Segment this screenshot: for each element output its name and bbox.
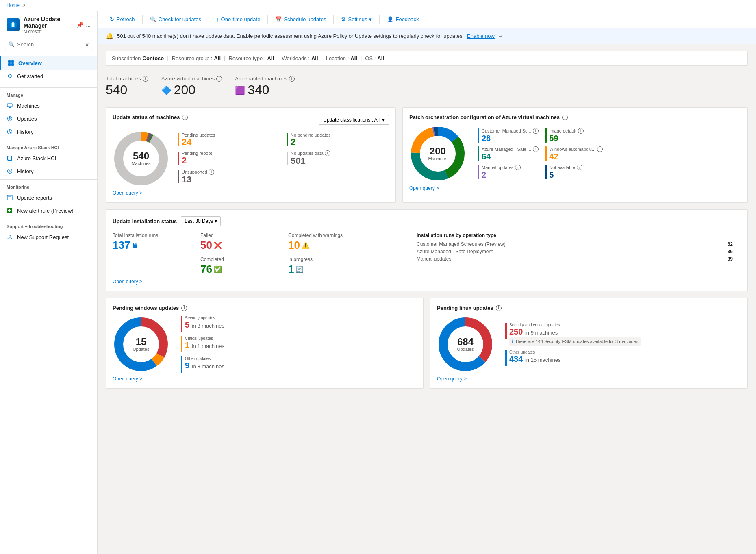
nav-overview-section: Overview Get started (0, 53, 97, 86)
windows-other-item: Other updates 9 in 8 machines (181, 356, 224, 373)
filter-location-value[interactable]: All (350, 55, 357, 61)
update-status-open-query[interactable]: Open query > (113, 190, 142, 196)
time-period-dropdown[interactable]: Last 30 Days ▾ (181, 216, 221, 226)
patch-bar-not-available (545, 165, 547, 179)
settings-button[interactable]: ⚙ Settings ▾ (337, 14, 376, 24)
azure-vm-value: 🔷 200 (161, 83, 222, 98)
search-input[interactable] (17, 41, 83, 48)
windows-security-bar (181, 316, 182, 332)
patch-bar-manual (478, 165, 479, 179)
nav-item-azure-stack-hci[interactable]: Azure Stack HCI (0, 152, 97, 165)
app-logo (7, 18, 20, 31)
patch-bar-windows (545, 146, 547, 161)
installation-open-query[interactable]: Open query > (113, 279, 142, 285)
filter-sep-3: | (277, 55, 278, 61)
patch-image-info[interactable]: i (578, 128, 584, 134)
nav-divider-2 (0, 140, 97, 140)
pending-windows-info-icon[interactable]: i (181, 305, 187, 311)
svg-rect-8 (9, 107, 11, 108)
install-stats-col2: Failed 50 ❌ Completed 76 ✅ (200, 232, 282, 276)
banner-link[interactable]: Enable now (467, 33, 495, 39)
patch-azure-info[interactable]: i (533, 146, 539, 152)
patch-open-query[interactable]: Open query > (409, 185, 439, 191)
info-banner: 🔔 501 out of 540 machine(s) don't have u… (98, 28, 756, 44)
nav-item-history2[interactable]: History (0, 165, 97, 178)
patch-bar-customer (478, 128, 479, 143)
one-time-update-button[interactable]: ↓ One-time update (212, 14, 264, 24)
svg-rect-4 (11, 60, 14, 63)
banner-icon: 🔔 (106, 32, 114, 40)
nav-section-manage: Manage (0, 89, 97, 99)
summary-row: Total machines i 540 Azure virtual machi… (106, 74, 748, 99)
total-runs-stat: Total installation runs 137 🖥 (113, 232, 194, 276)
schedule-updates-button[interactable]: 📅 Schedule updates (271, 14, 330, 24)
patch-windows-info[interactable]: i (597, 146, 603, 152)
nav-item-get-started[interactable]: Get started (0, 70, 97, 83)
check-updates-button[interactable]: 🔍 Check for updates (146, 14, 206, 24)
installation-grid: Total installation runs 137 🖥 Failed 50 … (113, 232, 741, 276)
nav-label-azure-stack-hci: Azure Stack HCI (17, 155, 56, 161)
refresh-button[interactable]: ↻ Refresh (106, 14, 139, 24)
nav-item-new-alert[interactable]: New alert rule (Preview) (0, 204, 97, 217)
total-machines-label: Total machines i (106, 76, 148, 82)
toolbar-divider-1 (142, 15, 143, 24)
patch-legend-windows: Windows automatic u... i 42 (545, 146, 606, 161)
patch-na-info[interactable]: i (577, 165, 582, 170)
pending-linux-card: Pending linux updates i 684 Updates (430, 298, 748, 389)
patch-customer-info[interactable]: i (533, 128, 539, 134)
installation-title: Update installation status (113, 218, 177, 224)
pending-linux-open-query[interactable]: Open query > (437, 376, 467, 382)
linux-security-item: Security and critical updates 250 in 9 m… (505, 323, 641, 346)
nav-item-machines[interactable]: Machines (0, 99, 97, 112)
collapse-button[interactable]: « (85, 41, 89, 48)
azure-vm-info-icon[interactable]: i (216, 76, 222, 82)
main-content: ↻ Refresh 🔍 Check for updates ↓ One-time… (98, 11, 756, 554)
nav-label-update-reports: Update reports (17, 195, 52, 201)
ellipsis-button[interactable]: ... (86, 22, 91, 28)
home-link[interactable]: Home (7, 2, 20, 8)
nav-item-overview[interactable]: Overview (0, 56, 97, 70)
patch-content-customer: Customer Managed Sc... i 28 (482, 128, 539, 143)
patch-orchestration-donut: 200 Machines (409, 125, 466, 182)
pending-windows-title: Pending windows updates i (113, 305, 417, 311)
update-status-info-icon[interactable]: i (182, 115, 188, 120)
patch-bar-image (545, 128, 547, 143)
total-machines-info-icon[interactable]: i (143, 76, 148, 82)
filter-rg-value[interactable]: All (214, 55, 221, 61)
new-alert-icon (7, 207, 13, 214)
nav-section-hci: Manage Azure Stack HCI (0, 142, 97, 152)
history2-icon (7, 168, 13, 174)
filter-subscription-value[interactable]: Contoso (143, 55, 164, 61)
update-status-legend: Pending updates 24 No pending updates 2 (178, 133, 389, 185)
pending-reboot-bar (178, 152, 179, 165)
check-updates-icon: 🔍 (150, 16, 156, 22)
pending-linux-donut-label: 684 Updates (457, 337, 474, 352)
unsupported-info-icon[interactable]: i (209, 169, 214, 175)
linux-security-info: Security and critical updates 250 in 9 m… (509, 323, 641, 346)
runs-title: Installation runs by operation type (417, 232, 741, 238)
runs-by-operation: Installation runs by operation type Cust… (417, 232, 741, 276)
arc-info-icon[interactable]: i (289, 76, 295, 82)
no-updates-info-icon[interactable]: i (325, 150, 330, 156)
nav-item-update-reports[interactable]: Update reports (0, 191, 97, 204)
patch-info-icon[interactable]: i (562, 115, 568, 120)
pending-windows-open-query[interactable]: Open query > (113, 376, 142, 382)
patch-manual-info[interactable]: i (515, 165, 521, 170)
nav-divider-4 (0, 219, 97, 219)
filter-rt-value[interactable]: All (267, 55, 274, 61)
no-updates-data-content: No updates data i 501 (291, 150, 330, 166)
filter-sep-4: | (322, 55, 323, 61)
nav-item-updates[interactable]: Updates (0, 112, 97, 125)
svg-rect-15 (7, 195, 12, 200)
update-classifications-dropdown[interactable]: Update classifications : All ▾ (319, 115, 389, 125)
pending-linux-info-icon[interactable]: i (496, 305, 502, 311)
filter-os-value[interactable]: All (377, 55, 384, 61)
pin-button[interactable]: 📌 (76, 22, 83, 28)
nav-divider-1 (0, 87, 97, 88)
filter-workloads-value[interactable]: All (311, 55, 318, 61)
feedback-button[interactable]: 👤 Feedback (383, 14, 423, 24)
nav-item-new-support[interactable]: New Support Request (0, 230, 97, 243)
nav-item-history[interactable]: History (0, 125, 97, 138)
get-started-icon (7, 73, 13, 79)
run-row-azure-managed: Azure Managed - Safe Deployment 36 (417, 249, 741, 254)
